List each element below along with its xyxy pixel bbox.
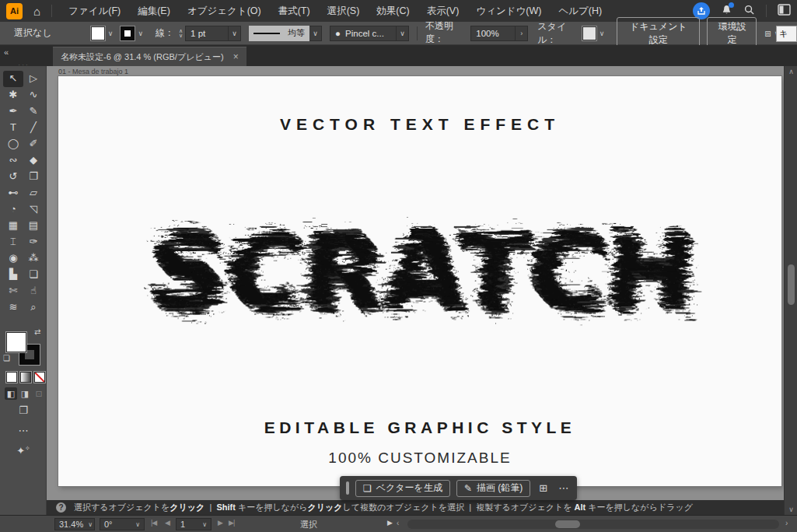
none-button[interactable]: [34, 372, 45, 383]
subheading-text[interactable]: EDITABLE GRAPHIC STYLE: [58, 418, 781, 437]
home-icon[interactable]: ⌂: [33, 5, 40, 18]
taskbar-more-button[interactable]: ⋯: [556, 482, 571, 494]
menu-item[interactable]: ファイル(F): [60, 0, 129, 22]
brush-field[interactable]: ● Pincel c...: [330, 26, 397, 41]
pen-tool[interactable]: ✒: [3, 103, 23, 120]
scroll-down-icon[interactable]: ∨: [785, 504, 797, 515]
search-button[interactable]: [743, 4, 755, 19]
menu-item[interactable]: 選択(S): [319, 0, 369, 22]
scroll-right-icon[interactable]: ›: [785, 519, 788, 527]
gradient-button[interactable]: [20, 372, 31, 383]
horizontal-scrollbar[interactable]: [407, 520, 779, 529]
generate-vectors-button[interactable]: ❏ ベクターを生成: [355, 480, 450, 497]
rotation-dropdown[interactable]: 0°∨: [100, 518, 145, 530]
help-icon[interactable]: ?: [56, 502, 66, 513]
column-graph-tool[interactable]: ▙: [3, 267, 23, 283]
lasso-tool[interactable]: ∿: [23, 87, 44, 103]
shape-builder-tool[interactable]: ◉: [3, 250, 23, 267]
eraser-tool[interactable]: ◆: [23, 152, 44, 169]
hand-tool[interactable]: ☝: [23, 283, 44, 299]
zoom-level-dropdown[interactable]: 31.4%∨: [54, 518, 95, 530]
perspective-grid-tool[interactable]: ◹: [23, 201, 44, 218]
type-tool[interactable]: T: [3, 120, 23, 136]
paintbrush-tool[interactable]: ✐: [23, 136, 44, 152]
canvas-area[interactable]: 01 - Mesa de trabajo 1 VECTOR TEXT EFFEC…: [47, 66, 784, 500]
blend-tool[interactable]: ⌶: [3, 234, 23, 250]
opacity-more-button[interactable]: ›: [516, 26, 528, 41]
free-transform-tool[interactable]: ▱: [23, 185, 44, 201]
line-segment-tool[interactable]: ╱: [23, 120, 44, 136]
fill-dropdown-caret-icon[interactable]: ∨: [105, 30, 117, 37]
scale-tool[interactable]: ❐: [23, 169, 44, 185]
stroke-width-dropdown[interactable]: ∨: [229, 26, 241, 41]
color-button[interactable]: [6, 372, 17, 383]
draw-normal-button[interactable]: ◧: [5, 387, 17, 400]
menu-item[interactable]: 編集(E): [129, 0, 179, 22]
artboard-tool[interactable]: ❏: [23, 267, 44, 283]
heading-text[interactable]: VECTOR TEXT EFFECT: [58, 115, 781, 134]
edit-toolbar-button[interactable]: ⋯: [0, 425, 47, 436]
magic-wand-tool[interactable]: ✱: [3, 87, 23, 103]
brush-dropdown[interactable]: ∨: [397, 26, 409, 41]
slice-tool[interactable]: ✄: [3, 283, 23, 299]
default-fill-stroke-icon[interactable]: ❏: [3, 354, 10, 362]
next-artboard-icon[interactable]: ▶: [218, 519, 222, 527]
draw-inside-button[interactable]: ⊡: [33, 387, 45, 400]
document-tab[interactable]: 名称未設定-6 @ 31.4 % (RGB/プレビュー) ×: [53, 47, 246, 66]
generative-sparkle-button[interactable]: ✦✧: [0, 445, 47, 457]
fill-color-swatch[interactable]: [91, 26, 105, 40]
stroke-color-swatch[interactable]: [121, 26, 135, 40]
draw-pencil-button[interactable]: ✎ 描画 (鉛筆): [456, 480, 530, 497]
ellipse-tool[interactable]: ◯: [3, 136, 23, 152]
rotate-view-tool[interactable]: ≋: [3, 299, 23, 316]
stroke-profile-dropdown[interactable]: ∨: [309, 26, 322, 41]
collapse-panel-icon[interactable]: «: [4, 47, 8, 57]
artboard-number-dropdown[interactable]: 1∨: [176, 518, 211, 530]
swap-fill-stroke-icon[interactable]: ⇄: [34, 327, 40, 336]
menu-item[interactable]: オブジェクト(O): [179, 0, 270, 22]
notifications-button[interactable]: [721, 4, 732, 19]
horizontal-scroll-thumb[interactable]: [555, 520, 580, 528]
menu-item[interactable]: 効果(C): [368, 0, 418, 22]
shaper-tool[interactable]: ∾: [3, 152, 23, 169]
status-menu-arrow-icon[interactable]: ▶: [387, 519, 393, 527]
stroke-width-field[interactable]: 1 pt: [185, 26, 229, 41]
subtext[interactable]: 100% CUSTOMIZABLE: [58, 450, 781, 467]
menu-item[interactable]: ウィンドウ(W): [467, 0, 550, 22]
menu-item[interactable]: ヘルプ(H): [550, 0, 610, 22]
graphic-style-swatch[interactable]: [582, 26, 596, 40]
zoom-tool[interactable]: ⌕: [23, 299, 44, 316]
draw-behind-button[interactable]: ◨: [19, 387, 31, 400]
menu-item[interactable]: 書式(T): [270, 0, 319, 22]
tab-close-icon[interactable]: ×: [233, 51, 239, 62]
opacity-field[interactable]: 100%: [470, 26, 516, 41]
vertical-scroll-thumb[interactable]: [788, 264, 795, 305]
image-options-button[interactable]: ⊞: [537, 482, 550, 494]
gradient-tool[interactable]: ▤: [23, 218, 44, 234]
first-artboard-icon[interactable]: |◀: [151, 519, 156, 527]
fill-color-indicator[interactable]: [6, 332, 26, 352]
artboard[interactable]: VECTOR TEXT EFFECT: [58, 76, 781, 486]
symbol-sprayer-tool[interactable]: ⁂: [23, 250, 44, 267]
eyedropper-tool[interactable]: ✑: [23, 234, 44, 250]
stroke-width-stepper[interactable]: ∧∨: [179, 29, 183, 38]
scroll-up-icon[interactable]: ∧: [785, 66, 797, 77]
screen-mode-button[interactable]: ❐: [0, 404, 47, 416]
previous-artboard-icon[interactable]: ◀: [165, 519, 170, 527]
scroll-left-icon[interactable]: ‹: [397, 519, 399, 527]
selection-tool[interactable]: ↖: [3, 71, 23, 87]
illustrator-logo-icon[interactable]: Ai: [6, 3, 23, 19]
puppet-warp-tool[interactable]: ◔: [3, 201, 23, 218]
vertical-scrollbar[interactable]: ∧ ∨: [784, 66, 797, 515]
curvature-tool[interactable]: ✎: [23, 103, 44, 120]
stroke-dropdown-caret-icon[interactable]: ∨: [135, 30, 146, 37]
toolbar-grip[interactable]: · · ·: [0, 61, 46, 68]
style-dropdown-caret-icon[interactable]: ∨: [596, 30, 608, 37]
rotate-tool[interactable]: ↺: [3, 169, 23, 185]
taskbar-drag-handle[interactable]: [346, 481, 349, 495]
scratch-text-graphic[interactable]: SCRATCH SCRATCH SCRATCH SCRATCH SCRATCH: [58, 199, 781, 343]
mesh-tool[interactable]: ▦: [3, 218, 23, 234]
stroke-profile-preview[interactable]: 均等: [249, 26, 309, 41]
workspace-switcher-button[interactable]: [778, 4, 791, 19]
width-tool[interactable]: ⊷: [3, 185, 23, 201]
